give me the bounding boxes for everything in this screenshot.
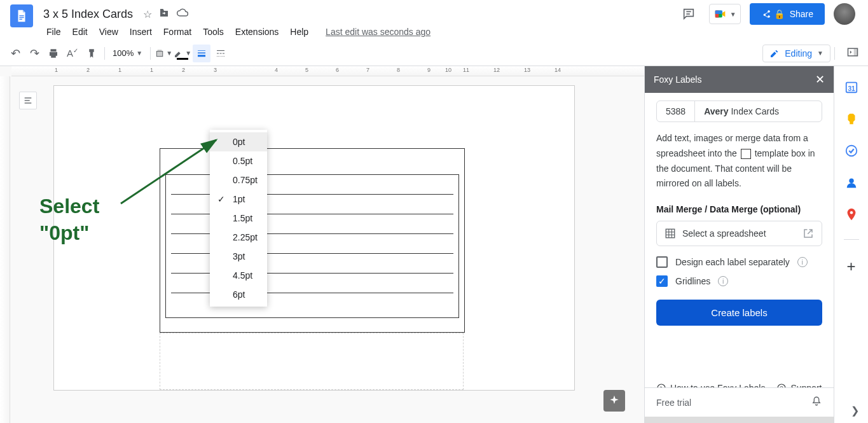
select-spreadsheet-button[interactable]: Select a spreadsheet xyxy=(656,221,822,246)
sidepanel-title: Foxy Labels xyxy=(654,74,701,85)
svg-rect-7 xyxy=(715,11,722,15)
border-width-option[interactable]: 2.25pt xyxy=(210,228,267,247)
bell-icon[interactable] xyxy=(811,396,822,409)
zoom-select[interactable]: 100%▼ xyxy=(109,48,146,58)
design-each-checkbox[interactable] xyxy=(656,256,668,268)
svg-point-32 xyxy=(849,179,853,183)
menu-view[interactable]: View xyxy=(93,24,124,39)
svg-rect-16 xyxy=(854,48,858,56)
collapse-rail-icon[interactable]: ❯ xyxy=(851,405,859,417)
svg-rect-0 xyxy=(19,15,24,16)
border-dash-button[interactable] xyxy=(212,45,230,62)
border-width-dropdown: 0pt 0.5pt 0.75pt 1pt 1.5pt 2.25pt 3pt 4.… xyxy=(210,130,267,307)
comment-history-icon[interactable] xyxy=(677,3,700,25)
close-icon[interactable]: ✕ xyxy=(815,73,825,87)
maps-icon[interactable] xyxy=(844,207,858,221)
border-width-option[interactable]: 1.5pt xyxy=(210,209,267,228)
border-width-option[interactable]: 0.75pt xyxy=(210,170,267,190)
border-width-button[interactable] xyxy=(193,45,210,62)
menu-tools[interactable]: Tools xyxy=(197,24,230,39)
create-labels-button[interactable]: Create labels xyxy=(656,300,822,326)
border-width-option[interactable]: 4.5pt xyxy=(210,266,267,285)
move-icon[interactable] xyxy=(158,7,170,21)
menu-edit[interactable]: Edit xyxy=(67,24,93,39)
star-icon[interactable]: ☆ xyxy=(143,8,152,20)
keep-icon[interactable] xyxy=(844,112,858,126)
border-width-option[interactable]: 3pt xyxy=(210,247,267,266)
paint-format-button[interactable] xyxy=(83,45,100,62)
document-page[interactable] xyxy=(53,85,575,391)
share-label: Share xyxy=(790,9,813,19)
account-avatar[interactable] xyxy=(834,3,855,25)
share-button[interactable]: 🔒 Share xyxy=(750,3,825,25)
redo-button[interactable]: ↷ xyxy=(25,45,43,62)
svg-text:31: 31 xyxy=(848,85,855,92)
horizontal-ruler: 1 2 1 1 2 3 4 5 6 7 8 9 10 11 12 13 14 xyxy=(11,66,644,76)
border-width-option[interactable]: 1pt xyxy=(210,190,267,209)
chevron-down-icon: ▼ xyxy=(730,11,736,18)
template-selector[interactable]: 5388 Avery Index Cards xyxy=(656,101,822,122)
scrollbar[interactable] xyxy=(645,417,834,423)
last-edit-link[interactable]: Last edit was seconds ago xyxy=(326,27,431,37)
hide-sidepanel-button[interactable] xyxy=(844,43,862,64)
tasks-icon[interactable] xyxy=(844,144,858,158)
menu-file[interactable]: File xyxy=(41,24,67,39)
border-color-button[interactable]: ▼ xyxy=(174,45,191,62)
menu-help[interactable]: Help xyxy=(284,24,314,39)
border-width-option[interactable]: 0pt xyxy=(210,132,267,151)
index-card[interactable] xyxy=(160,148,465,333)
svg-rect-2 xyxy=(19,19,22,20)
menu-insert[interactable]: Insert xyxy=(124,24,158,39)
doc-title[interactable]: 3 x 5 Index Cards xyxy=(39,6,137,22)
add-addon-icon[interactable]: + xyxy=(846,258,855,275)
mode-select[interactable]: Editing ▼ xyxy=(762,45,830,62)
support-link[interactable]: ?Support xyxy=(776,383,822,387)
undo-button[interactable]: ↶ xyxy=(6,45,24,62)
merge-heading: Mail Merge / Data Merge (optional) xyxy=(656,204,822,214)
annotation-text: Select "0pt" xyxy=(39,193,99,246)
info-icon[interactable]: i xyxy=(797,257,808,267)
right-rail: 31 + xyxy=(834,66,868,423)
border-width-option[interactable]: 0.5pt xyxy=(210,151,267,170)
svg-rect-21 xyxy=(666,229,675,238)
footer-status: Free trial xyxy=(656,398,691,408)
addon-side-panel: Foxy Labels ✕ 5388 Avery Index Cards Add… xyxy=(644,66,834,423)
howto-link[interactable]: How to use Foxy Labels xyxy=(656,383,765,387)
intro-text: Add text, images or merge data from a sp… xyxy=(656,131,822,191)
calendar-icon[interactable]: 31 xyxy=(844,80,858,94)
svg-point-33 xyxy=(850,211,853,214)
spellcheck-button[interactable]: A✓ xyxy=(64,45,81,62)
cloud-icon[interactable] xyxy=(176,6,189,22)
meet-button[interactable]: ▼ xyxy=(709,4,741,24)
menu-extensions[interactable]: Extensions xyxy=(230,24,284,39)
open-external-icon xyxy=(803,228,814,239)
vertical-ruler xyxy=(0,76,10,423)
menu-format[interactable]: Format xyxy=(158,24,197,39)
svg-rect-1 xyxy=(19,17,24,18)
info-icon[interactable]: i xyxy=(718,276,728,286)
border-width-option[interactable]: 6pt xyxy=(210,285,267,304)
explore-button[interactable] xyxy=(603,390,625,412)
fill-color-button[interactable]: ▼ xyxy=(155,45,172,62)
print-button[interactable] xyxy=(45,45,62,62)
gridlines-checkbox[interactable]: ✓ xyxy=(656,275,668,287)
contacts-icon[interactable] xyxy=(844,176,858,190)
